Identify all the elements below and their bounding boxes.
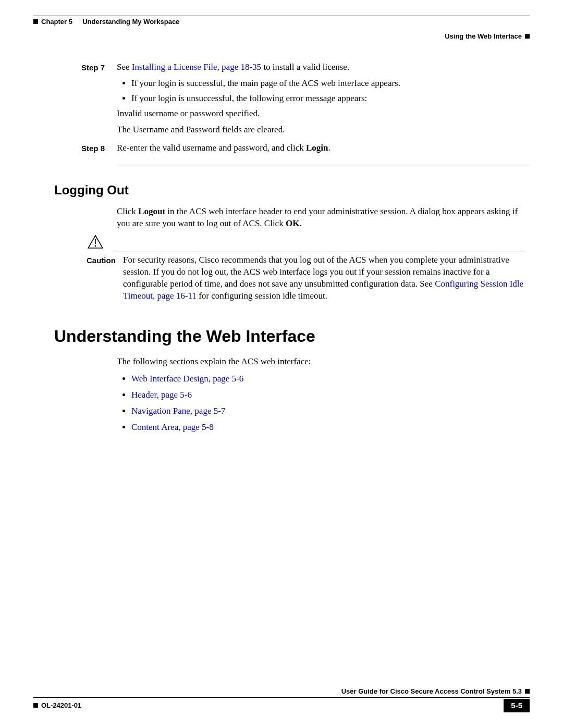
page-header: Chapter 5 Understanding My Workspace xyxy=(33,17,530,27)
caution-icon xyxy=(87,235,104,252)
step-8: Step 8 Re-enter the valid username and p… xyxy=(81,142,524,158)
step-7: Step 7 See Installing a License File, pa… xyxy=(81,61,524,140)
error-message: Invalid username or password specified. xyxy=(117,108,524,120)
list-item: Content Area, page 5-8 xyxy=(131,422,530,434)
divider xyxy=(117,166,530,166)
reference-list: Web Interface Design, page 5-6 Header, p… xyxy=(117,373,530,434)
list-item: Web Interface Design, page 5-6 xyxy=(131,373,530,385)
intro-text: The following sections explain the ACS w… xyxy=(117,356,524,368)
page-footer: User Guide for Cisco Secure Access Contr… xyxy=(33,687,530,712)
link-web-interface-design[interactable]: Web Interface Design, page 5-6 xyxy=(131,374,243,384)
step-label: Step 7 xyxy=(81,61,117,73)
step-label: Step 8 xyxy=(81,142,117,154)
page-number: 5-5 xyxy=(504,699,530,712)
square-icon xyxy=(33,19,38,24)
list-item: If your login is successful, the main pa… xyxy=(131,78,524,90)
step-text: Re-enter the valid username and password… xyxy=(117,143,306,153)
link-installing-license[interactable]: Installing a License File, page 18-35 xyxy=(132,62,261,72)
caution-label: Caution xyxy=(87,254,114,266)
link-content-area[interactable]: Content Area, page 5-8 xyxy=(131,422,214,432)
square-icon xyxy=(33,703,38,708)
logging-out-text: Click Logout in the ACS web interface he… xyxy=(117,206,524,230)
footer-doc-id: OL-24201-01 xyxy=(41,701,81,710)
error-note: The Username and Password fields are cle… xyxy=(117,124,524,136)
section-title: Using the Web Interface xyxy=(445,32,522,41)
list-item: Navigation Pane, page 5-7 xyxy=(131,405,530,417)
svg-point-2 xyxy=(95,245,96,247)
login-bold: Login xyxy=(306,143,328,153)
footer-guide-title: User Guide for Cisco Secure Access Contr… xyxy=(341,687,522,696)
step-text: See xyxy=(117,62,132,72)
list-item: Header, page 5-6 xyxy=(131,389,530,401)
square-icon xyxy=(525,689,530,694)
step-text: . xyxy=(328,143,331,153)
heading-logging-out: Logging Out xyxy=(54,182,530,199)
chapter-title: Understanding My Workspace xyxy=(82,17,179,27)
caution-block: Caution For security reasons, Cisco reco… xyxy=(87,235,524,302)
step-text: to install a valid license. xyxy=(261,62,349,72)
list-item: If your login is unsuccessful, the follo… xyxy=(131,93,524,105)
square-icon xyxy=(525,34,530,39)
caution-text: for configuring session idle timeout. xyxy=(197,291,327,301)
link-header[interactable]: Header, page 5-6 xyxy=(131,390,192,400)
chapter-label: Chapter 5 xyxy=(41,17,72,27)
heading-understanding: Understanding the Web Interface xyxy=(54,325,530,348)
link-navigation-pane[interactable]: Navigation Pane, page 5-7 xyxy=(131,406,225,416)
